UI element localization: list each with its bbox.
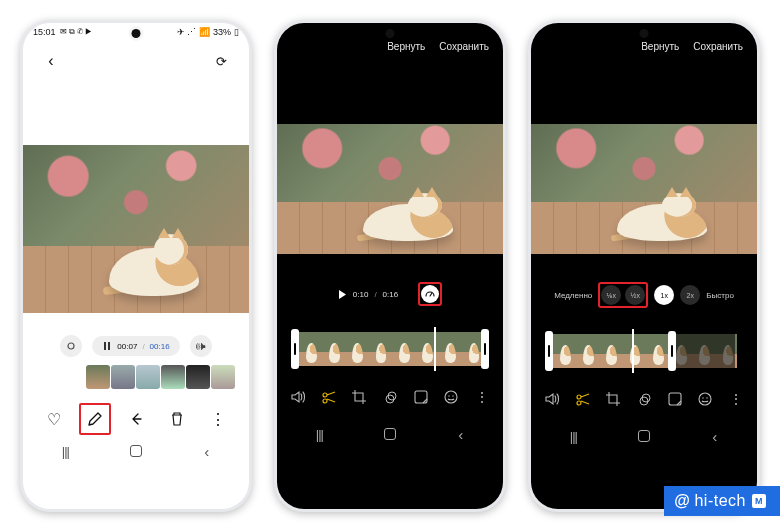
- save-button[interactable]: Сохранить: [439, 41, 489, 52]
- nav-home[interactable]: [384, 428, 396, 440]
- emoji-button[interactable]: [440, 386, 462, 408]
- playhead[interactable]: [632, 329, 634, 373]
- trim-handle-right[interactable]: [668, 331, 676, 371]
- watermark: @ hi-tech M: [664, 486, 780, 516]
- svg-point-16: [706, 397, 707, 398]
- nav-back[interactable]: ‹: [441, 426, 481, 443]
- nav-recents[interactable]: |||: [553, 429, 593, 444]
- timeline[interactable]: [291, 332, 489, 366]
- crop-button[interactable]: [348, 386, 370, 408]
- volume-button[interactable]: 🕪: [190, 335, 212, 357]
- revert-button[interactable]: Вернуть: [641, 41, 679, 52]
- trim-handle-left[interactable]: [291, 329, 299, 369]
- thumb[interactable]: [186, 365, 210, 389]
- svg-point-7: [445, 391, 457, 403]
- speed-half[interactable]: ½x: [625, 285, 645, 305]
- speed-fast-label: Быстро: [706, 291, 734, 300]
- speed-eighth[interactable]: ⅛x: [601, 285, 621, 305]
- playback-line: 0:10 / 0:16: [277, 282, 503, 306]
- status-left: 15:01 ✉︎ ⧉ ✆ ▶: [33, 27, 91, 37]
- save-button[interactable]: Сохранить: [693, 41, 743, 52]
- thumb[interactable]: [211, 365, 235, 389]
- speed-two[interactable]: 2x: [680, 285, 700, 305]
- editor-toolbar: ⋮: [531, 388, 757, 410]
- speed-button[interactable]: [418, 282, 442, 306]
- mute-button[interactable]: [287, 386, 309, 408]
- filter-icon: [382, 389, 398, 405]
- filter-button[interactable]: [379, 386, 401, 408]
- nav-back[interactable]: ‹: [695, 428, 735, 445]
- back-button[interactable]: ‹: [35, 45, 67, 77]
- auto-rotate-button[interactable]: ⟳: [205, 45, 237, 77]
- phone-2: Вернуть Сохранить 0:10 / 0:16: [274, 20, 506, 512]
- thumb[interactable]: [136, 365, 160, 389]
- share-button[interactable]: [120, 403, 152, 435]
- edit-button[interactable]: [79, 403, 111, 435]
- play-pause-pill[interactable]: 00:07 / 00:16: [92, 336, 179, 356]
- favorite-button[interactable]: ♡: [38, 403, 70, 435]
- trim-handle-left[interactable]: [545, 331, 553, 371]
- trim-handle-right[interactable]: [481, 329, 489, 369]
- playhead[interactable]: [434, 327, 436, 371]
- timeline-frames: [291, 332, 489, 366]
- decor-button[interactable]: [410, 386, 432, 408]
- svg-point-8: [448, 395, 449, 396]
- capture-button[interactable]: [60, 335, 82, 357]
- trim-button[interactable]: [318, 386, 340, 408]
- more-button[interactable]: ⋮: [725, 388, 747, 410]
- delete-button[interactable]: [161, 403, 193, 435]
- camera-punch-hole: [386, 29, 395, 38]
- svg-point-9: [452, 395, 453, 396]
- share-icon: [128, 411, 144, 427]
- video-frame: [23, 145, 249, 313]
- editor-toolbar: ⋮: [277, 386, 503, 408]
- emoji-button[interactable]: [694, 388, 716, 410]
- nav-bar: ||| ‹: [531, 422, 757, 450]
- timeline[interactable]: [545, 334, 743, 368]
- video-viewport[interactable]: [277, 124, 503, 254]
- nav-recents[interactable]: |||: [45, 444, 85, 459]
- pause-icon: [102, 341, 112, 351]
- pencil-icon: [87, 411, 103, 427]
- svg-point-0: [68, 343, 74, 349]
- phone-row: 15:01 ✉︎ ⧉ ✆ ▶ ✈ ⋰ 📶 33% ▯ ‹ ⟳: [0, 0, 780, 528]
- thumb[interactable]: [86, 365, 110, 389]
- nav-back[interactable]: ‹: [187, 443, 227, 460]
- trash-icon: [170, 411, 184, 427]
- filter-button[interactable]: [633, 388, 655, 410]
- nav-home[interactable]: [638, 430, 650, 442]
- action-bar: ♡ ⋮: [23, 389, 249, 437]
- revert-button[interactable]: Вернуть: [387, 41, 425, 52]
- mute-button[interactable]: [541, 388, 563, 410]
- play-icon: [338, 290, 347, 299]
- nav-home[interactable]: [130, 445, 142, 457]
- nav-recents[interactable]: |||: [299, 427, 339, 442]
- nav-bar: ||| ‹: [23, 437, 249, 465]
- svg-point-14: [699, 393, 711, 405]
- svg-rect-2: [108, 342, 110, 350]
- battery-icon: ▯: [234, 27, 239, 37]
- speed-one[interactable]: 1x: [654, 285, 674, 305]
- status-right: ✈ ⋰ 📶 33% ▯: [174, 27, 239, 37]
- thumb[interactable]: [161, 365, 185, 389]
- nav-bar: ||| ‹: [277, 420, 503, 448]
- video-viewport[interactable]: [23, 145, 249, 313]
- video-viewport[interactable]: [531, 124, 757, 254]
- thumb[interactable]: [111, 365, 135, 389]
- speed-selector: Медленно ⅛x ½x 1x 2x Быстро: [531, 282, 757, 308]
- sticker-icon: [413, 389, 429, 405]
- camera-punch-hole: [132, 29, 141, 38]
- play-button[interactable]: [338, 290, 347, 299]
- svg-rect-1: [104, 342, 106, 350]
- playback-current: 00:07: [117, 342, 137, 351]
- playback-bar: 00:07 / 00:16 🕪: [23, 335, 249, 357]
- trim-button[interactable]: [572, 388, 594, 410]
- more-button[interactable]: ⋮: [471, 386, 493, 408]
- thumbnail-strip[interactable]: [23, 365, 249, 389]
- crop-button[interactable]: [602, 388, 624, 410]
- speedometer-icon: [421, 285, 439, 303]
- more-button[interactable]: ⋮: [202, 403, 234, 435]
- video-cat: [109, 219, 199, 296]
- svg-point-15: [702, 397, 703, 398]
- decor-button[interactable]: [664, 388, 686, 410]
